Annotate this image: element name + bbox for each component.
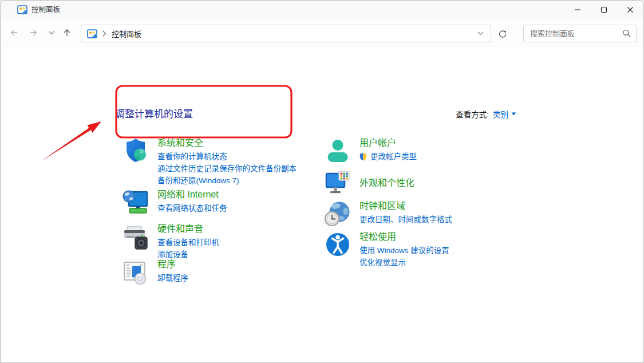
category-title-ease-of-access[interactable]: 轻松使用 — [359, 231, 449, 243]
control-panel-icon — [17, 5, 27, 15]
category-title-system-security[interactable]: 系统和安全 — [157, 137, 297, 149]
view-by-control: 查看方式: 类别 — [456, 108, 516, 120]
category-title-appearance[interactable]: 外观和个性化 — [359, 177, 414, 189]
view-by-value: 类别 — [493, 108, 508, 120]
up-arrow-icon — [62, 27, 72, 38]
category-system-security[interactable]: 系统和安全 查看你的计算机状态 通过文件历史记录保存你的文件备份副本 备份和还原… — [122, 137, 297, 187]
control-panel-icon — [87, 29, 97, 39]
close-icon — [625, 5, 635, 15]
task-link-change-date-time[interactable]: 更改日期、时间或数字格式 — [359, 214, 452, 226]
task-link-computer-status[interactable]: 查看你的计算机状态 — [157, 151, 297, 163]
search-box — [523, 25, 637, 42]
category-user-accounts[interactable]: 用户帐户 更改帐户类型 — [324, 137, 417, 164]
window-title: 控制面板 — [31, 1, 60, 19]
chevron-down-icon — [49, 31, 54, 35]
category-title-clock-region[interactable]: 时钟和区域 — [359, 200, 452, 212]
breadcrumb-item-control-panel[interactable]: 控制面板 — [112, 28, 141, 39]
category-title-programs[interactable]: 程序 — [157, 259, 188, 270]
monitor-tiles-icon — [324, 169, 351, 196]
ease-of-access-icon — [324, 231, 351, 258]
task-link-backup-restore[interactable]: 备份和还原(Windows 7) — [157, 175, 297, 187]
page-title: 调整计算机的设置 — [115, 106, 193, 120]
category-title-user-accounts[interactable]: 用户帐户 — [359, 137, 417, 149]
task-link-file-history[interactable]: 通过文件历史记录保存你的文件备份副本 — [157, 163, 297, 175]
close-button[interactable] — [617, 1, 643, 19]
category-network-internet[interactable]: 网络和 Internet 查看网络状态和任务 — [122, 188, 227, 216]
programs-cd-icon — [122, 258, 149, 286]
address-dropdown-icon[interactable] — [477, 31, 484, 35]
category-clock-region[interactable]: 时钟和区域 更改日期、时间或数字格式 — [324, 200, 452, 227]
category-ease-of-access[interactable]: 轻松使用 使用 Windows 建议的设置 优化视觉显示 — [324, 231, 449, 269]
category-appearance-personalization[interactable]: 外观和个性化 — [324, 169, 414, 196]
network-globe-monitor-icon — [122, 188, 149, 216]
view-by-label: 查看方式: — [456, 108, 489, 120]
search-icon — [622, 29, 631, 38]
category-title-network-internet[interactable]: 网络和 Internet — [157, 189, 227, 200]
forward-arrow-icon — [29, 27, 38, 38]
refresh-icon — [498, 29, 507, 39]
category-title-hardware-sound[interactable]: 硬件和声音 — [157, 223, 219, 235]
minimize-button[interactable] — [564, 1, 591, 19]
dropdown-triangle-icon — [511, 112, 516, 116]
task-link-devices-printers[interactable]: 查看设备和打印机 — [157, 236, 219, 248]
back-arrow-icon — [9, 27, 18, 38]
category-hardware-sound[interactable]: 硬件和声音 查看设备和打印机 添加设备 — [122, 223, 219, 261]
view-by-dropdown[interactable]: 类别 — [493, 108, 516, 120]
task-link-network-status[interactable]: 查看网络状态和任务 — [157, 202, 227, 214]
uac-shield-icon — [359, 152, 367, 161]
up-button[interactable] — [59, 25, 75, 40]
globe-clock-icon — [324, 200, 351, 227]
breadcrumb-chevron-icon — [102, 30, 106, 37]
address-bar[interactable]: 控制面板 — [81, 25, 491, 42]
content-area: 调整计算机的设置 查看方式: 类别 — [1, 46, 643, 363]
printer-speaker-icon — [122, 223, 149, 250]
title-bar: 控制面板 — [1, 1, 643, 19]
recent-locations-button[interactable] — [45, 25, 58, 40]
minimize-icon — [572, 5, 583, 15]
forward-button[interactable] — [26, 25, 42, 40]
maximize-icon — [599, 5, 609, 15]
task-link-optimize-visual[interactable]: 优化视觉显示 — [359, 257, 449, 269]
refresh-button[interactable] — [495, 26, 511, 41]
navigation-toolbar: 控制面板 — [1, 19, 643, 46]
task-link-uninstall-program[interactable]: 卸载程序 — [157, 272, 188, 284]
category-programs[interactable]: 程序 卸载程序 — [122, 258, 188, 286]
maximize-button[interactable] — [591, 1, 617, 19]
search-input[interactable] — [523, 25, 637, 42]
task-link-change-account-type[interactable]: 更改帐户类型 — [370, 151, 417, 163]
security-shield-icon — [122, 137, 149, 164]
back-button[interactable] — [6, 25, 22, 40]
task-link-suggested-settings[interactable]: 使用 Windows 建议的设置 — [359, 244, 449, 257]
control-panel-window: 控制面板 — [0, 0, 644, 363]
user-silhouette-icon — [324, 137, 351, 164]
